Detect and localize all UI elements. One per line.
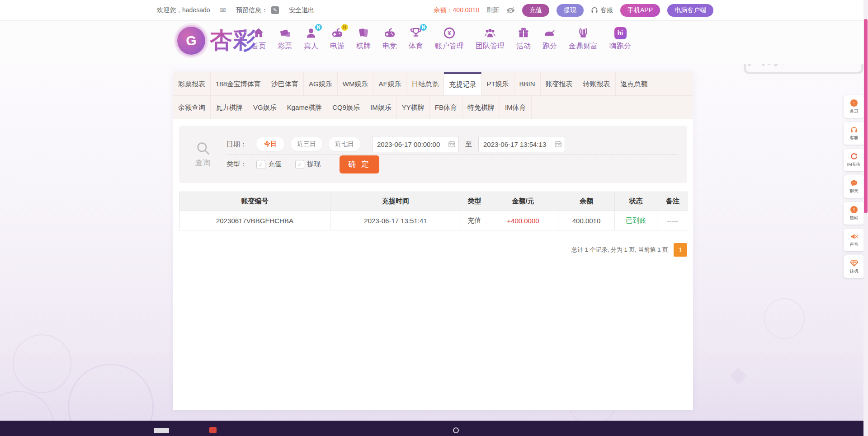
date-to-input[interactable] [478,136,565,152]
quick-3days-pill[interactable]: 近三日 [291,137,322,151]
nav-item-boardgames[interactable]: 棋牌 [356,26,371,51]
tab-ae[interactable]: AE娱乐 [373,72,406,95]
decor-circle [764,298,805,339]
calendar-icon[interactable] [448,141,455,149]
chat-bubble-icon [850,179,858,187]
page-scrollbar[interactable] [863,0,868,436]
date-filter-row: 日期： 今日 近三日 近七日 至 [226,135,678,155]
withdraw-button[interactable]: 提现 [557,4,584,17]
nav-item-slots[interactable]: H 电游 [330,26,344,51]
main-nav: 首页 彩票 N 真人 H 电游 棋牌 电竞 [251,26,631,51]
live-person-icon: N [304,26,318,40]
edit-pencil-icon[interactable]: ✎ [271,6,279,14]
nav-item-jinding[interactable]: 金鼎财富 [569,26,598,51]
confirm-button[interactable]: 确 定 [340,155,379,173]
nav-item-account[interactable]: ¥ 账户管理 [435,26,464,51]
customer-service-link[interactable]: 客服 [591,6,613,14]
footer-badge-mark [209,427,217,433]
date-from-input[interactable] [372,136,459,152]
nav-item-paofen[interactable]: 跑分 [542,26,557,51]
nav-label: 活动 [516,42,531,51]
recharge-c-icon [850,153,858,160]
quick-7days-pill[interactable]: 近七日 [329,137,360,151]
sidebar-item-question[interactable]: ! 疑问 [844,202,864,225]
refresh-link[interactable]: 刷新 [486,6,499,14]
sidebar-item-chat[interactable]: 聊天 [844,175,864,198]
home-icon [252,26,265,40]
deposit-checkbox-group[interactable]: ✓ 充值 [256,160,282,169]
tab-wm[interactable]: WM娱乐 [338,72,374,95]
eye-off-icon[interactable] [506,7,515,14]
site-header: G 杏彩 首页 彩票 N 真人 H 电游 棋牌 [0,21,868,64]
calendar-icon[interactable] [555,141,561,149]
tab-ag[interactable]: AG娱乐 [304,72,338,95]
tab-cq9[interactable]: CQ9娱乐 [327,96,365,119]
welcome-text: 欢迎您，hadesado [157,6,210,14]
deposit-button[interactable]: 充值 [522,4,549,17]
filter-panel: 查询 日期： 今日 近三日 近七日 至 类型： [179,126,687,183]
nav-item-hipaofen[interactable]: hi 嗨跑分 [609,26,631,51]
nav-item-team[interactable]: 团队管理 [476,26,505,51]
nav-item-esports[interactable]: 电竞 [382,26,397,51]
col-header-remark: 备注 [657,192,688,211]
tab-transfer-report[interactable]: 转账报表 [578,72,616,95]
pc-client-button[interactable]: 电脑客户端 [667,4,713,17]
tab-daily-summary[interactable]: 日结总览 [406,72,444,95]
sidebar-item-im-recharge[interactable]: IM充值 [844,149,864,171]
tab-deposit-withdraw-records[interactable]: 充提记录 [444,72,481,95]
nav-label: 嗨跑分 [609,42,631,51]
envelope-icon[interactable]: ✉ [220,6,226,14]
nav-label: 彩票 [278,42,292,51]
decor-circle [13,334,71,393]
tab-bbin[interactable]: BBIN [514,72,541,95]
float-sidebar: ↑ 首页 客服 IM充值 聊天 ! 疑问 声音 挂机 [844,95,864,278]
pagination-summary: 总计 1 个记录, 分为 1 页, 当前第 1 页 [571,246,668,254]
nav-label: 首页 [251,42,266,51]
sports-trophy-icon: N [409,26,423,40]
tab-im-games[interactable]: IM娱乐 [365,96,397,119]
tab-pt[interactable]: PT娱乐 [481,72,514,95]
tab-lottery-report[interactable]: 彩票报表 [173,72,211,95]
headset-icon [850,126,858,134]
withdraw-checkbox-group[interactable]: ✓ 提现 [295,160,321,169]
tab-temian[interactable]: 特免棋牌 [462,96,500,119]
nav-item-sports[interactable]: N 体育 [409,26,423,51]
nav-item-promotions[interactable]: 活动 [516,26,531,51]
balance-label: 余额： [434,6,453,14]
mobile-app-button[interactable]: 手机APP [620,4,660,17]
withdraw-checkbox[interactable]: ✓ [295,160,304,169]
deposit-checkbox-label: 充值 [268,160,282,169]
site-logo[interactable]: G 杏彩 [177,25,257,56]
tab-balance-query[interactable]: 余额查询 [173,96,211,119]
tab-shaba-sport[interactable]: 沙巴体育 [266,72,304,95]
lottery-ticket-icon [278,26,292,40]
page-1-button[interactable]: 1 [674,243,687,257]
sidebar-item-sound[interactable]: 声音 [844,229,864,251]
sidebar-item-home[interactable]: ↑ 首页 [844,95,864,118]
sidebar-item-service[interactable]: 客服 [844,122,864,145]
tab-wali[interactable]: 瓦力棋牌 [211,96,248,119]
sidebar-item-idle[interactable]: 挂机 [844,255,864,278]
tab-vg[interactable]: VG娱乐 [248,96,282,119]
logout-link[interactable]: 安全退出 [289,6,314,14]
cell-balance: 400.0010 [558,211,615,230]
tab-account-change-report[interactable]: 账变报表 [541,72,578,95]
nav-item-home[interactable]: 首页 [251,26,266,51]
scrollbar-thumb[interactable] [864,19,868,213]
sidebar-item-label: 客服 [850,135,859,141]
nav-label: 跑分 [542,42,557,51]
sound-muted-icon [850,233,858,240]
deposit-checkbox[interactable]: ✓ [256,160,265,169]
nav-item-live[interactable]: N 真人 [304,26,318,51]
nav-badge: N [315,24,322,31]
quick-today-pill[interactable]: 今日 [256,137,284,151]
col-header-time: 充提时间 [330,192,461,211]
tab-rebate-total[interactable]: 返点总额 [616,72,653,95]
tab-kgame[interactable]: Kgame棋牌 [282,96,328,119]
tab-188-sport[interactable]: 188金宝博体育 [211,72,266,95]
decor-diamond [730,368,747,384]
tab-yy[interactable]: YY棋牌 [397,96,430,119]
tab-fb-sport[interactable]: FB体育 [430,96,462,119]
nav-item-lottery[interactable]: 彩票 [278,26,292,51]
tab-im-sport[interactable]: IM体育 [500,96,532,119]
